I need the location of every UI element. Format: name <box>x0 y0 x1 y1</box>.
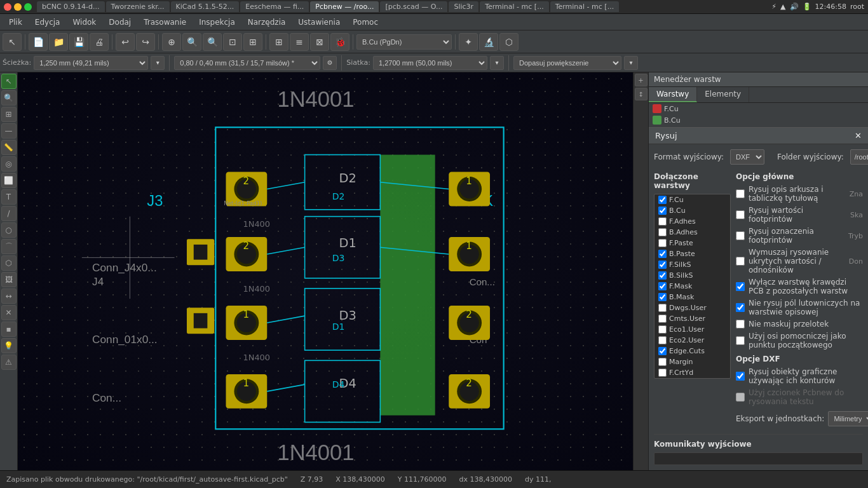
zoom-down[interactable]: ▾ <box>624 56 638 70</box>
tool-polygon[interactable]: ⬡ <box>1 255 17 271</box>
grid-select[interactable]: 1,2700 mm (50,00 mils) <box>373 56 487 70</box>
tool-text[interactable]: T <box>1 189 17 205</box>
menu-edycja[interactable]: Edycja <box>29 16 67 29</box>
tool-inspect2[interactable]: 🔍 <box>1 90 17 105</box>
layer-select[interactable]: B.Cu (PgDn) <box>356 34 452 50</box>
layer-check-bsilks[interactable]: B.SilkS <box>654 270 730 281</box>
grid-down[interactable]: ▾ <box>490 56 504 70</box>
pcb-canvas[interactable]: 1N4001 1N4001 J3 Conn_J4x0... J4 Conn_01… <box>18 72 633 470</box>
format-select[interactable]: DXF SVG PDF <box>730 149 764 165</box>
layer-check-edgecuts[interactable]: Edge.Cuts <box>654 346 730 356</box>
layer-fcu[interactable]: F.Cu <box>649 103 868 114</box>
tool-drc[interactable]: 🐞 <box>330 33 349 51</box>
opt-check-8[interactable] <box>736 336 745 345</box>
layer-check-fsilks[interactable]: F.SilkS <box>654 259 730 270</box>
layer-check-fadhes[interactable]: F.Adhes <box>654 216 730 227</box>
tab-bcnc[interactable]: bCNC 0.9.14-d... <box>37 1 105 12</box>
close-icon[interactable] <box>4 3 11 11</box>
via-select[interactable]: 0,80 / 0,40 mm (31,5 / 15,7 milsów) * <box>174 56 320 70</box>
tool-new[interactable]: 📄 <box>29 33 48 51</box>
layer-check-bcu[interactable]: B.Cu <box>654 205 730 216</box>
tool-redo[interactable]: ↪ <box>136 33 155 51</box>
mini-btn-1[interactable]: + <box>635 74 648 86</box>
tool-3d[interactable]: ⬡ <box>499 33 519 51</box>
folder-input[interactable] <box>850 149 868 165</box>
tool-highlight2[interactable]: 💡 <box>1 338 17 353</box>
menu-dodaj[interactable]: Dodaj <box>102 16 137 29</box>
tab-tworzenie[interactable]: Tworzenie skr... <box>106 1 170 12</box>
zoom-select[interactable]: Dopasuj powiększenie <box>513 56 621 70</box>
tool-ruler[interactable]: 📏 <box>1 140 17 155</box>
tab-terminal2[interactable]: Terminal - mc [... <box>550 1 620 12</box>
via-settings[interactable]: ⚙ <box>323 56 337 70</box>
tool-delete[interactable]: ✕ <box>1 305 17 320</box>
tool-drc2[interactable]: ⚠ <box>1 355 17 370</box>
track-down[interactable]: ▾ <box>151 56 165 70</box>
menu-inspekcja[interactable]: Inspekcja <box>193 16 241 29</box>
tab-pcbnew[interactable]: Pcbnew — /roo... <box>310 1 379 12</box>
menu-trasowanie[interactable]: Trasowanie <box>137 16 193 29</box>
tab-kicad[interactable]: KiCad 5.1.5-52... <box>171 1 240 12</box>
layer-check-fcu[interactable]: F.Cu <box>654 194 730 205</box>
maximize-icon[interactable] <box>24 3 32 11</box>
opt-check-2[interactable] <box>736 210 745 219</box>
tool-line[interactable]: / <box>1 206 17 221</box>
tab-eeschema[interactable]: Eeschema — fi... <box>240 1 309 12</box>
tool-grid[interactable]: ⊞ <box>269 33 288 51</box>
tab-pcbscad[interactable]: [pcb.scad — O... <box>380 1 447 12</box>
tool-ratsnest[interactable]: ⊠ <box>310 33 329 51</box>
tool-copper[interactable]: ▪ <box>1 322 17 337</box>
tool-zoom-fit[interactable]: ⊡ <box>223 33 242 51</box>
menu-widok[interactable]: Widok <box>66 16 102 29</box>
layer-check-fmask[interactable]: F.Mask <box>654 281 730 292</box>
menu-narzedzia[interactable]: Narzędzia <box>241 16 292 29</box>
tool-measure[interactable]: ↔ <box>1 288 17 304</box>
lm-tab-elementy[interactable]: Elementy <box>697 87 749 102</box>
opt-check-6[interactable] <box>736 303 745 312</box>
tool-zoom-in[interactable]: 🔍 <box>182 33 201 51</box>
export-select[interactable]: Milimetry Cale <box>828 411 868 426</box>
tool-arrow[interactable]: ↖ <box>3 33 22 51</box>
window-controls[interactable] <box>4 3 32 11</box>
layer-check-bmask[interactable]: B.Mask <box>654 292 730 302</box>
minimize-icon[interactable] <box>14 3 22 11</box>
tool-pad[interactable]: ⊞ <box>1 107 17 122</box>
tool-arc[interactable]: ⌒ <box>1 239 17 254</box>
opt-check-4[interactable] <box>736 257 745 266</box>
tool-inspect[interactable]: 🔬 <box>479 33 498 51</box>
tool-highlight[interactable]: ✦ <box>459 33 478 51</box>
opt-check-1[interactable] <box>736 189 745 198</box>
layer-bcu[interactable]: B.Cu <box>649 114 868 126</box>
layer-check-dwgs[interactable]: Dwgs.User <box>654 302 730 313</box>
layer-check-badhes[interactable]: B.Adhes <box>654 227 730 238</box>
draw-dialog-close[interactable]: ✕ <box>855 131 862 140</box>
tool-undo[interactable]: ↩ <box>116 33 135 51</box>
tool-circle[interactable]: ○ <box>1 222 17 238</box>
tool-save[interactable]: 💾 <box>69 33 88 51</box>
layer-check-margin[interactable]: Margin <box>654 356 730 367</box>
layer-check-fcrtyd[interactable]: F.CrtYd <box>654 367 730 378</box>
tool-open[interactable]: 📁 <box>49 33 68 51</box>
tool-zoom-out[interactable]: 🔍 <box>203 33 222 51</box>
layer-check-bpaste[interactable]: B.Paste <box>654 248 730 259</box>
layer-check-fpaste[interactable]: F.Paste <box>654 238 730 248</box>
layer-check-eco2[interactable]: Eco2.User <box>654 335 730 346</box>
layer-check-cmts[interactable]: Cmts.User <box>654 313 730 324</box>
tool-track[interactable]: — <box>1 123 17 139</box>
opt-check-5[interactable] <box>736 282 745 291</box>
tool-select[interactable]: ↖ <box>1 74 17 89</box>
tool-zoom-refresh[interactable]: ⊕ <box>162 33 181 51</box>
layer-check-eco1[interactable]: Eco1.User <box>654 324 730 335</box>
tool-zoom-area[interactable]: ⊞ <box>243 33 262 51</box>
opt-check-7[interactable] <box>736 320 745 329</box>
lm-tab-warstwy[interactable]: Warstwy <box>649 87 697 102</box>
tool-zone[interactable]: ⬜ <box>1 173 17 188</box>
menu-plik[interactable]: Plik <box>3 16 29 29</box>
tab-terminal1[interactable]: Terminal - mc [... <box>480 1 549 12</box>
menu-pomoc[interactable]: Pomoc <box>346 16 384 29</box>
dxf-check-1[interactable] <box>736 372 745 381</box>
mini-btn-2[interactable]: ↕ <box>635 88 648 100</box>
tool-print[interactable]: 🖨 <box>90 33 109 51</box>
tool-image[interactable]: 🖼 <box>1 272 17 287</box>
menu-ustawienia[interactable]: Ustawienia <box>292 16 346 29</box>
